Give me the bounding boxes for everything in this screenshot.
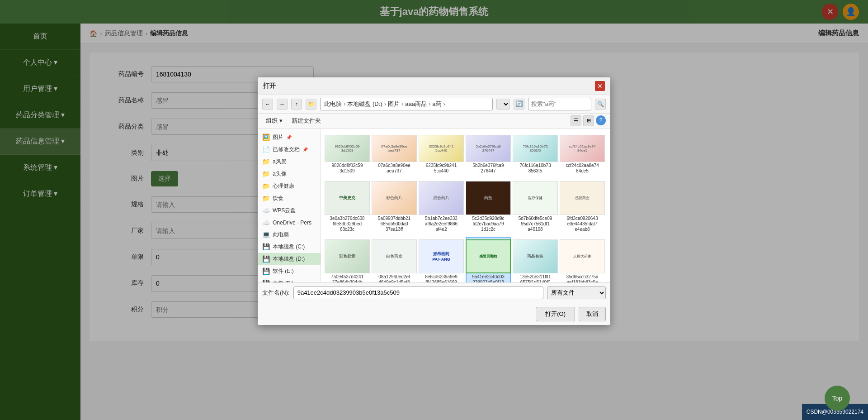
filename-input[interactable] — [293, 286, 543, 299]
list-item[interactable]: 感冒药盒 6fd3ca0920643e3e44435fdaf7e4eab8 — [560, 178, 605, 235]
file-thumbnail: 彩色药片 — [372, 181, 417, 215]
disk-f-label: 文档 (F:) — [273, 280, 293, 282]
file-thumbnail: 5b2b6e376fca9276447 — [466, 135, 511, 162]
sidebar-disk-f[interactable]: 💾 文档 (F:) — [258, 277, 321, 282]
sidebar-a-scenery[interactable]: 📁 a风景 — [258, 156, 321, 168]
sidebar-recent-docs[interactable]: 📄 已修改文档 📌 — [258, 143, 321, 156]
file-name: 35d65ccb3275aaef181bb83c0ab767bf — [566, 274, 598, 282]
recent-docs-icon: 📄 — [262, 146, 270, 153]
dialog-titlebar: 打开 ✕ — [258, 77, 610, 95]
pictures-icon: 🖼️ — [262, 134, 270, 141]
wps-cloud-label: WPS云盘 — [273, 207, 296, 215]
left-toolbar-actions: 组织 ▾ 新建文件夹 — [262, 115, 325, 126]
path-aaa[interactable]: aaa商品 — [405, 100, 427, 108]
list-item[interactable]: 医疗保健 5d7b60dfe5ce0995d7c7561df1a40108 — [513, 178, 558, 235]
list-item[interactable]: 混合药片 5b1ab7c2ee333af6a2e2eef9866af4e2 — [419, 178, 464, 235]
view-list-button[interactable]: ☰ — [571, 115, 581, 126]
list-item[interactable]: 彩色胶囊 7a094537d424127e86db304db368a422 — [325, 237, 370, 282]
sidebar-disk-c[interactable]: 💾 本地磁盘 (C:) — [258, 241, 321, 253]
view-buttons: ☰ ⊞ ? — [571, 115, 606, 126]
file-thumbnail: 感冒药盒 — [560, 181, 605, 215]
a-avatar-label: a头像 — [273, 170, 287, 178]
cancel-button[interactable]: 取消 — [579, 307, 606, 321]
file-dialog: 打开 ✕ ← → ↑ 📁 此电脑 › 本地磁盘 (D:) › 图片 › aaa商… — [258, 77, 610, 325]
file-thumbnail: 派昂医药PAI+ANG — [419, 239, 464, 273]
list-item[interactable]: 药品包装 13e52be311fff16575f1d5140f0b56c5 — [513, 237, 558, 282]
nav-back-button[interactable]: ← — [262, 99, 273, 110]
disk-c-label: 本地磁盘 (C:) — [273, 243, 305, 251]
dialog-nav-toolbar: ← → ↑ 📁 此电脑 › 本地磁盘 (D:) › 图片 › aaa商品 › a… — [258, 95, 610, 114]
file-name: 5a09907ddbb21685db9d0da037ea13ff — [378, 216, 410, 232]
onedrive-label: OneDrive - Pers — [273, 220, 311, 226]
file-thumbnail: 混合药片 — [419, 181, 464, 215]
file-thumbnail: 76fc116a10b738563f5 — [513, 135, 558, 162]
organize-button[interactable]: 组织 ▾ — [262, 115, 286, 126]
file-thumbnail: 医疗保健 — [513, 181, 558, 215]
nav-up-button[interactable]: ↑ — [291, 99, 302, 110]
path-disk-d[interactable]: 本地磁盘 (D:) — [347, 100, 382, 108]
file-name: 9826dd8f02c593d1509 — [332, 163, 363, 174]
file-name: 5d7b60dfe5ce0995d7c7561df1a40108 — [519, 216, 552, 232]
new-folder-button[interactable]: 新建文件夹 — [288, 115, 325, 126]
nav-forward-button[interactable]: → — [277, 99, 288, 110]
wps-cloud-icon: ☁️ — [262, 207, 270, 214]
file-name: 3e0a3b276dc6086fe83b329bed63c23c — [330, 216, 364, 232]
sidebar-wps-cloud[interactable]: ☁️ WPS云盘 — [258, 205, 321, 217]
search-input[interactable] — [528, 98, 591, 110]
list-item[interactable]: 中美史克 3e0a3b276dc6086fe83b329bed63c23c — [325, 178, 370, 235]
dialog-body: 🖼️ 图片 📌 📄 已修改文档 📌 📁 a风景 📁 a头像 — [258, 129, 610, 282]
file-thumbnail: 6235fc9c9b2415cc440 — [419, 135, 464, 162]
sidebar-diet[interactable]: 📁 饮食 — [258, 192, 321, 205]
file-name: 9a41ee2c4dd03239903b5e0f13a5c509 — [472, 274, 505, 282]
dialog-overlay: 打开 ✕ ← → ↑ 📁 此电脑 › 本地磁盘 (D:) › 图片 › aaa商… — [0, 0, 868, 420]
filetype-select[interactable]: 所有文件 — [547, 286, 606, 299]
folder-icon: 📁 — [306, 99, 316, 110]
disk-e-icon: 💾 — [262, 267, 270, 275]
list-item[interactable]: 6235fc9c9b2415cc440 6235fc9c9b2415cc440 — [419, 132, 464, 177]
list-item[interactable]: 彩色药片 5a09907ddbb21685db9d0da037ea13ff — [372, 178, 417, 235]
dialog-title: 打开 — [263, 82, 276, 90]
file-thumbnail: 药瓶 — [466, 181, 511, 215]
search-button[interactable]: 🔍 — [595, 99, 606, 110]
list-item[interactable]: 9826dd8f02c593d1509 9826dd8f02c593d1509 — [325, 132, 370, 177]
a-avatar-icon: 📁 — [262, 170, 270, 177]
path-a-drug[interactable]: a药 — [432, 100, 441, 108]
sidebar-this-pc[interactable]: 💻 此电脑 — [258, 229, 321, 241]
file-thumbnail: 彩色胶囊 — [325, 239, 370, 273]
list-item[interactable]: ccf24c02aa8e7484de5 ccf24c02aa8e7484de5 — [560, 132, 605, 177]
sidebar-a-avatar[interactable]: 📁 a头像 — [258, 168, 321, 180]
list-item[interactable]: 感冒灵颗粒 9a41ee2c4dd03239903b5e0f13a5c509 — [466, 237, 511, 282]
help-button[interactable]: ? — [596, 115, 606, 125]
path-pictures[interactable]: 图片 — [388, 100, 400, 108]
refresh-button[interactable]: 🔄 — [514, 99, 524, 110]
sidebar-disk-e[interactable]: 💾 软件 (E:) — [258, 265, 321, 277]
list-item[interactable]: 76fc116a10b738563f5 76fc116a10b738563f5 — [513, 132, 558, 177]
sidebar-mental-health[interactable]: 📁 心理健康 — [258, 180, 321, 192]
file-name: 08a12960ed2ef46d9a9c1d5af853cd39 — [378, 274, 410, 282]
open-button[interactable]: 打开(O) — [536, 307, 575, 321]
disk-d-label: 本地磁盘 (D:) — [273, 255, 305, 263]
list-item[interactable]: 派昂医药PAI+ANG 8e6cd6239a9e9f842685e616699b… — [419, 237, 464, 282]
path-this-pc[interactable]: 此电脑 — [324, 100, 342, 108]
sidebar-disk-d[interactable]: 💾 本地磁盘 (D:) — [258, 253, 321, 265]
sidebar-onedrive[interactable]: ☁️ OneDrive - Pers — [258, 217, 321, 229]
file-name: 8e6cd6239a9e9f842685e616699bb2ce — [425, 274, 458, 282]
list-item[interactable]: 5b2b6e376fca9276447 5b2b6e376fca9276447 — [466, 132, 511, 177]
path-dropdown[interactable] — [496, 99, 510, 110]
dialog-action-toolbar: 组织 ▾ 新建文件夹 ☰ ⊞ ? — [258, 114, 610, 129]
this-pc-label: 此电脑 — [273, 231, 289, 239]
file-name: 7a094537d424127e86db304db368a422 — [331, 274, 363, 282]
file-thumbnail: 07a6c3a8e90eeaea737 — [372, 135, 417, 162]
dialog-close-button[interactable]: ✕ — [595, 81, 605, 91]
list-item[interactable]: 白色药盒 08a12960ed2ef46d9a9c1d5af853cd39 — [372, 237, 417, 282]
list-item[interactable]: 人用大药库 35d65ccb3275aaef181bb83c0ab767bf — [560, 237, 605, 282]
file-thumbnail: 9826dd8f02c593d1509 — [325, 135, 370, 162]
file-grid: 9826dd8f02c593d1509 9826dd8f02c593d1509 … — [321, 129, 610, 282]
view-grid-button[interactable]: ⊞ — [583, 115, 594, 126]
mental-health-label: 心理健康 — [273, 182, 294, 190]
pictures-label: 图片 — [273, 134, 283, 141]
list-item[interactable]: 药瓶 5c2d35d920d9cfd2e7bac9aa791d1c2c — [466, 178, 511, 235]
sidebar-pictures[interactable]: 🖼️ 图片 📌 — [258, 131, 321, 143]
list-item[interactable]: 07a6c3a8e90eeaea737 07a6c3a8e90eeaea737 — [372, 132, 417, 177]
top-button[interactable]: Top — [825, 386, 850, 411]
